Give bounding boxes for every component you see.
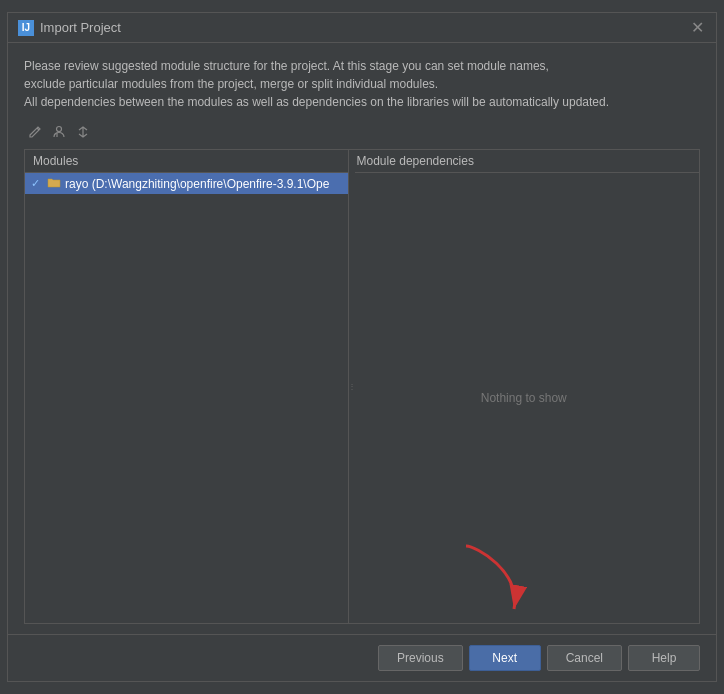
panel-splitter[interactable]: ⋮ (349, 150, 355, 623)
empty-text: Nothing to show (481, 391, 567, 405)
dependencies-empty-state: Nothing to show (349, 173, 699, 623)
toolbar (24, 123, 700, 141)
dialog-title: Import Project (40, 20, 121, 35)
folder-icon (47, 176, 61, 191)
modules-panel: Modules ✓ rayo (D:\Wangzhiting\openfire\… (25, 150, 349, 623)
splitter-indicator: ⋮ (348, 385, 356, 388)
title-bar: IJ Import Project ✕ (8, 13, 716, 43)
close-button[interactable]: ✕ (689, 20, 706, 36)
panels-container: Modules ✓ rayo (D:\Wangzhiting\openfire\… (24, 149, 700, 624)
modules-panel-header: Modules (25, 150, 348, 173)
previous-button[interactable]: Previous (378, 645, 463, 671)
app-icon: IJ (18, 20, 34, 36)
help-button[interactable]: Help (628, 645, 700, 671)
import-project-dialog: IJ Import Project ✕ Please review sugges… (7, 12, 717, 682)
modules-list: ✓ rayo (D:\Wangzhiting\openfire\Openfire… (25, 173, 348, 623)
dependencies-panel: Module dependencies Nothing to show (349, 150, 699, 623)
cancel-button[interactable]: Cancel (547, 645, 622, 671)
split-icon[interactable] (74, 123, 92, 141)
dependencies-panel-header: Module dependencies (349, 150, 699, 173)
list-item[interactable]: ✓ rayo (D:\Wangzhiting\openfire\Openfire… (25, 173, 348, 194)
person-icon[interactable] (50, 123, 68, 141)
title-bar-left: IJ Import Project (18, 20, 121, 36)
checkbox-checked: ✓ (31, 177, 43, 190)
svg-point-0 (57, 127, 62, 132)
description-text: Please review suggested module structure… (24, 57, 700, 111)
dialog-footer: Previous Next Cancel Help (8, 634, 716, 681)
dialog-body: Please review suggested module structure… (8, 43, 716, 634)
module-name: rayo (D:\Wangzhiting\openfire\Openfire-3… (65, 177, 329, 191)
next-button[interactable]: Next (469, 645, 541, 671)
edit-icon[interactable] (26, 123, 44, 141)
